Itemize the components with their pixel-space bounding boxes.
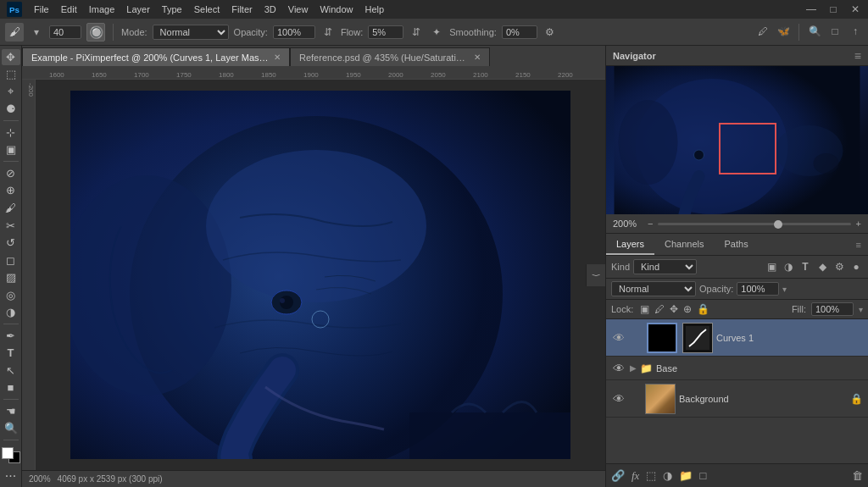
smoothing-settings-icon[interactable]: ⚙ bbox=[542, 25, 558, 40]
search-icon[interactable]: 🔍 bbox=[807, 24, 822, 39]
frame-tool[interactable]: ▣ bbox=[2, 142, 20, 158]
lasso-tool[interactable]: ⌖ bbox=[2, 84, 20, 100]
blur-tool[interactable]: ◎ bbox=[2, 287, 20, 303]
tab-reference[interactable]: Reference.psd @ 435% (Hue/Saturation 1, … bbox=[290, 47, 490, 66]
clone-stamp-tool[interactable]: ✂ bbox=[2, 218, 20, 234]
brush-hardness-btn[interactable]: 🔘 bbox=[86, 23, 105, 42]
canvas[interactable]: ⟩ bbox=[36, 80, 605, 470]
foreground-color-swatch[interactable] bbox=[2, 447, 14, 459]
rectangular-marquee-tool[interactable]: ⬚ bbox=[2, 67, 20, 83]
brush-preset-picker[interactable]: ▾ bbox=[29, 25, 44, 40]
delete-layer-icon[interactable]: 🗑 bbox=[852, 469, 863, 482]
flow-pressure-icon[interactable]: ⇵ bbox=[409, 25, 424, 40]
new-group-icon[interactable]: 📁 bbox=[679, 469, 693, 482]
add-mask-icon[interactable]: ⬚ bbox=[646, 469, 656, 482]
zoom-slider-thumb[interactable] bbox=[774, 220, 782, 229]
fill-input[interactable] bbox=[811, 302, 854, 316]
fill-dropdown-arrow[interactable]: ▾ bbox=[859, 305, 863, 314]
pixel-filter-icon[interactable]: ▣ bbox=[765, 261, 778, 273]
healing-brush-tool[interactable]: ⊕ bbox=[2, 183, 20, 199]
close-icon[interactable]: ✕ bbox=[848, 2, 863, 17]
menu-3d[interactable]: 3D bbox=[259, 3, 281, 16]
menu-view[interactable]: View bbox=[283, 3, 314, 16]
arrange-icon[interactable]: □ bbox=[827, 24, 843, 39]
lock-all-icon[interactable]: 🔒 bbox=[697, 303, 709, 315]
symmetry-icon[interactable]: 🦋 bbox=[776, 24, 791, 39]
enable-pressure-icon[interactable]: 🖊 bbox=[755, 24, 771, 39]
shape-filter-icon[interactable]: ◆ bbox=[815, 261, 829, 273]
more-tools-btn[interactable]: ··· bbox=[2, 468, 20, 484]
menu-layer[interactable]: Layer bbox=[121, 3, 155, 16]
lock-image-pixels-icon[interactable]: 🖊 bbox=[654, 303, 665, 315]
smart-filter-icon[interactable]: ⚙ bbox=[832, 261, 846, 273]
zoom-in-btn[interactable]: + bbox=[856, 219, 861, 229]
hand-tool[interactable]: ☚ bbox=[2, 403, 20, 419]
layer-row-base[interactable]: 👁 ▶ 📁 Base bbox=[606, 357, 868, 380]
link-layers-icon[interactable]: 🔗 bbox=[611, 469, 625, 482]
menu-image[interactable]: Image bbox=[84, 3, 120, 16]
menu-file[interactable]: File bbox=[29, 3, 54, 16]
foreground-background-colors[interactable] bbox=[2, 447, 20, 463]
history-brush-tool[interactable]: ↺ bbox=[2, 235, 20, 251]
menu-select[interactable]: Select bbox=[189, 3, 225, 16]
type-filter-icon[interactable]: T bbox=[798, 261, 812, 273]
group-collapse-arrow[interactable]: ▶ bbox=[630, 363, 637, 373]
shape-tool[interactable]: ■ bbox=[2, 380, 20, 396]
pen-tool[interactable]: ✒ bbox=[2, 328, 20, 344]
type-tool[interactable]: T bbox=[2, 346, 20, 362]
navigator-menu-btn[interactable]: ≡ bbox=[854, 49, 861, 63]
crop-tool[interactable]: ⊹ bbox=[2, 125, 20, 141]
opacity-dropdown-arrow[interactable]: ▾ bbox=[782, 285, 787, 294]
airbrush-icon[interactable]: ✦ bbox=[429, 25, 444, 40]
zoom-out-btn[interactable]: − bbox=[648, 219, 653, 229]
layer-visibility-background[interactable]: 👁 bbox=[611, 392, 626, 406]
maximize-icon[interactable]: □ bbox=[826, 2, 841, 17]
tab-layers[interactable]: Layers bbox=[606, 234, 654, 255]
tab-channels[interactable]: Channels bbox=[654, 234, 714, 255]
menu-type[interactable]: Type bbox=[157, 3, 187, 16]
menu-window[interactable]: Window bbox=[314, 3, 358, 16]
menu-filter[interactable]: Filter bbox=[226, 3, 257, 16]
path-selection-tool[interactable]: ↖ bbox=[2, 362, 20, 379]
layers-panel-menu-btn[interactable]: ≡ bbox=[849, 234, 868, 255]
tab-close-example[interactable]: ✕ bbox=[274, 53, 281, 62]
zoom-slider[interactable] bbox=[658, 223, 850, 225]
minimize-icon[interactable]: — bbox=[804, 2, 819, 17]
new-adjustment-layer-icon[interactable]: ◑ bbox=[663, 469, 672, 482]
menu-help[interactable]: Help bbox=[360, 3, 390, 16]
opacity-pressure-icon[interactable]: ⇵ bbox=[320, 25, 336, 40]
add-layer-style-icon[interactable]: fx bbox=[632, 469, 639, 483]
kind-select[interactable]: Kind bbox=[633, 259, 697, 274]
blend-mode-select[interactable]: Normal Multiply Screen Overlay bbox=[611, 281, 696, 296]
move-tool[interactable]: ✥ bbox=[2, 49, 20, 65]
zoom-tool[interactable]: 🔍 bbox=[2, 421, 20, 437]
layer-row-curves1[interactable]: 👁 Curves 1 bbox=[606, 319, 868, 357]
eyedropper-tool[interactable]: ⊘ bbox=[2, 165, 20, 181]
menu-edit[interactable]: Edit bbox=[56, 3, 82, 16]
adjustment-filter-icon[interactable]: ◑ bbox=[782, 261, 795, 273]
quick-selection-tool[interactable]: ⚈ bbox=[2, 102, 20, 118]
navigator-preview[interactable] bbox=[606, 66, 868, 214]
prevent-nesting-icon[interactable]: ⊕ bbox=[683, 303, 692, 315]
tab-example[interactable]: Example - PiXimperfect @ 200% (Curves 1,… bbox=[22, 47, 290, 66]
layer-visibility-base[interactable]: 👁 bbox=[611, 362, 626, 375]
eraser-tool[interactable]: ◻ bbox=[2, 252, 20, 268]
collapse-panel-icon[interactable]: ⟩ bbox=[588, 268, 604, 283]
new-layer-icon[interactable]: □ bbox=[699, 469, 706, 482]
lock-position-icon[interactable]: ✥ bbox=[670, 303, 678, 315]
tab-close-reference[interactable]: ✕ bbox=[474, 53, 481, 62]
opacity-input[interactable] bbox=[737, 282, 779, 296]
dodge-tool[interactable]: ◑ bbox=[2, 305, 20, 321]
flow-input[interactable] bbox=[368, 25, 403, 39]
layer-visibility-curves1[interactable]: 👁 bbox=[611, 331, 626, 345]
filter-toggle[interactable]: ● bbox=[849, 261, 863, 273]
opacity-input[interactable] bbox=[273, 25, 315, 39]
share-icon[interactable]: ↑ bbox=[848, 24, 863, 39]
gradient-tool[interactable]: ▨ bbox=[2, 269, 20, 285]
brush-tool[interactable]: 🖌 bbox=[2, 200, 20, 216]
smoothing-input[interactable] bbox=[502, 25, 537, 39]
brush-tool-icon[interactable]: 🖌 bbox=[5, 23, 24, 42]
tab-paths[interactable]: Paths bbox=[715, 234, 759, 255]
mode-select[interactable]: Normal Multiply Screen bbox=[153, 25, 229, 40]
layer-row-background[interactable]: 👁 Background 🔒 bbox=[606, 380, 868, 418]
